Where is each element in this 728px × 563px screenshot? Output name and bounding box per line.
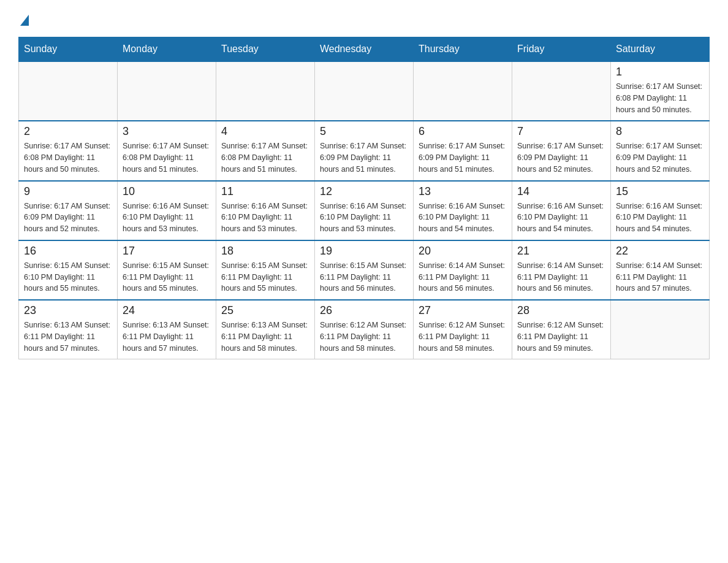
day-info: Sunrise: 6:15 AM Sunset: 6:11 PM Dayligh… [320, 260, 408, 294]
column-header-tuesday: Tuesday [216, 37, 315, 62]
calendar-cell: 10Sunrise: 6:16 AM Sunset: 6:10 PM Dayli… [118, 181, 216, 240]
day-number: 19 [320, 245, 408, 258]
calendar-cell: 1Sunrise: 6:17 AM Sunset: 6:08 PM Daylig… [611, 61, 710, 121]
day-number: 15 [616, 185, 704, 198]
week-row-5: 23Sunrise: 6:13 AM Sunset: 6:11 PM Dayli… [19, 300, 710, 359]
day-number: 24 [123, 304, 211, 317]
day-number: 12 [320, 185, 408, 198]
calendar-cell: 9Sunrise: 6:17 AM Sunset: 6:09 PM Daylig… [19, 181, 118, 240]
calendar-table: SundayMondayTuesdayWednesdayThursdayFrid… [18, 37, 710, 359]
calendar-cell: 7Sunrise: 6:17 AM Sunset: 6:09 PM Daylig… [512, 121, 611, 180]
day-info: Sunrise: 6:17 AM Sunset: 6:09 PM Dayligh… [517, 140, 605, 175]
calendar-cell: 19Sunrise: 6:15 AM Sunset: 6:11 PM Dayli… [315, 240, 414, 300]
calendar-cell [118, 61, 216, 121]
day-info: Sunrise: 6:17 AM Sunset: 6:08 PM Dayligh… [24, 140, 112, 175]
calendar-cell [315, 61, 414, 121]
calendar-cell: 5Sunrise: 6:17 AM Sunset: 6:09 PM Daylig… [315, 121, 414, 180]
calendar-cell [216, 61, 315, 121]
column-header-saturday: Saturday [611, 37, 710, 62]
calendar-cell: 11Sunrise: 6:16 AM Sunset: 6:10 PM Dayli… [216, 181, 315, 240]
week-row-2: 2Sunrise: 6:17 AM Sunset: 6:08 PM Daylig… [19, 121, 710, 180]
calendar-cell: 12Sunrise: 6:16 AM Sunset: 6:10 PM Dayli… [315, 181, 414, 240]
day-number: 22 [616, 245, 704, 258]
day-number: 8 [616, 125, 704, 138]
day-info: Sunrise: 6:15 AM Sunset: 6:11 PM Dayligh… [221, 260, 309, 294]
day-number: 6 [419, 125, 507, 138]
calendar-cell: 20Sunrise: 6:14 AM Sunset: 6:11 PM Dayli… [414, 240, 512, 300]
calendar-cell: 13Sunrise: 6:16 AM Sunset: 6:10 PM Dayli… [414, 181, 512, 240]
day-number: 1 [616, 66, 704, 79]
day-info: Sunrise: 6:16 AM Sunset: 6:10 PM Dayligh… [123, 201, 211, 235]
day-number: 17 [123, 245, 211, 258]
calendar-cell: 2Sunrise: 6:17 AM Sunset: 6:08 PM Daylig… [19, 121, 118, 180]
day-number: 28 [517, 304, 605, 317]
day-number: 3 [123, 125, 211, 138]
calendar-cell: 14Sunrise: 6:16 AM Sunset: 6:10 PM Dayli… [512, 181, 611, 240]
day-info: Sunrise: 6:17 AM Sunset: 6:08 PM Dayligh… [616, 81, 704, 115]
calendar-cell: 25Sunrise: 6:13 AM Sunset: 6:11 PM Dayli… [216, 300, 315, 359]
calendar-cell: 8Sunrise: 6:17 AM Sunset: 6:09 PM Daylig… [611, 121, 710, 180]
day-info: Sunrise: 6:17 AM Sunset: 6:09 PM Dayligh… [419, 140, 507, 175]
day-info: Sunrise: 6:17 AM Sunset: 6:08 PM Dayligh… [221, 140, 309, 175]
day-info: Sunrise: 6:15 AM Sunset: 6:10 PM Dayligh… [24, 260, 112, 294]
calendar-cell: 3Sunrise: 6:17 AM Sunset: 6:08 PM Daylig… [118, 121, 216, 180]
calendar-cell: 22Sunrise: 6:14 AM Sunset: 6:11 PM Dayli… [611, 240, 710, 300]
calendar-cell: 26Sunrise: 6:12 AM Sunset: 6:11 PM Dayli… [315, 300, 414, 359]
day-number: 27 [419, 304, 507, 317]
calendar-cell: 23Sunrise: 6:13 AM Sunset: 6:11 PM Dayli… [19, 300, 118, 359]
day-number: 25 [221, 304, 309, 317]
calendar-cell: 24Sunrise: 6:13 AM Sunset: 6:11 PM Dayli… [118, 300, 216, 359]
day-number: 20 [419, 245, 507, 258]
column-header-monday: Monday [118, 37, 216, 62]
day-number: 7 [517, 125, 605, 138]
day-number: 18 [221, 245, 309, 258]
calendar-cell: 21Sunrise: 6:14 AM Sunset: 6:11 PM Dayli… [512, 240, 611, 300]
day-info: Sunrise: 6:12 AM Sunset: 6:11 PM Dayligh… [517, 320, 605, 354]
day-info: Sunrise: 6:14 AM Sunset: 6:11 PM Dayligh… [419, 260, 507, 294]
day-info: Sunrise: 6:16 AM Sunset: 6:10 PM Dayligh… [517, 201, 605, 235]
calendar-cell: 18Sunrise: 6:15 AM Sunset: 6:11 PM Dayli… [216, 240, 315, 300]
day-number: 23 [24, 304, 112, 317]
day-info: Sunrise: 6:13 AM Sunset: 6:11 PM Dayligh… [221, 320, 309, 354]
day-number: 9 [24, 185, 112, 198]
calendar-header-row: SundayMondayTuesdayWednesdayThursdayFrid… [19, 37, 710, 62]
logo-triangle-icon [20, 15, 29, 26]
day-info: Sunrise: 6:13 AM Sunset: 6:11 PM Dayligh… [123, 320, 211, 354]
calendar-cell: 27Sunrise: 6:12 AM Sunset: 6:11 PM Dayli… [414, 300, 512, 359]
day-info: Sunrise: 6:16 AM Sunset: 6:10 PM Dayligh… [616, 201, 704, 235]
day-number: 4 [221, 125, 309, 138]
day-info: Sunrise: 6:15 AM Sunset: 6:11 PM Dayligh… [123, 260, 211, 294]
day-number: 5 [320, 125, 408, 138]
column-header-wednesday: Wednesday [315, 37, 414, 62]
day-number: 2 [24, 125, 112, 138]
column-header-friday: Friday [512, 37, 611, 62]
day-info: Sunrise: 6:14 AM Sunset: 6:11 PM Dayligh… [616, 260, 704, 294]
day-number: 10 [123, 185, 211, 198]
calendar-cell [611, 300, 710, 359]
week-row-4: 16Sunrise: 6:15 AM Sunset: 6:10 PM Dayli… [19, 240, 710, 300]
day-number: 21 [517, 245, 605, 258]
day-number: 16 [24, 245, 112, 258]
day-info: Sunrise: 6:14 AM Sunset: 6:11 PM Dayligh… [517, 260, 605, 294]
calendar-cell [512, 61, 611, 121]
day-info: Sunrise: 6:17 AM Sunset: 6:09 PM Dayligh… [616, 140, 704, 175]
calendar-cell [19, 61, 118, 121]
day-info: Sunrise: 6:16 AM Sunset: 6:10 PM Dayligh… [320, 201, 408, 235]
calendar-cell: 28Sunrise: 6:12 AM Sunset: 6:11 PM Dayli… [512, 300, 611, 359]
week-row-3: 9Sunrise: 6:17 AM Sunset: 6:09 PM Daylig… [19, 181, 710, 240]
column-header-sunday: Sunday [19, 37, 118, 62]
day-info: Sunrise: 6:12 AM Sunset: 6:11 PM Dayligh… [419, 320, 507, 354]
day-info: Sunrise: 6:13 AM Sunset: 6:11 PM Dayligh… [24, 320, 112, 354]
calendar-cell: 15Sunrise: 6:16 AM Sunset: 6:10 PM Dayli… [611, 181, 710, 240]
day-number: 11 [221, 185, 309, 198]
calendar-cell: 17Sunrise: 6:15 AM Sunset: 6:11 PM Dayli… [118, 240, 216, 300]
day-info: Sunrise: 6:17 AM Sunset: 6:09 PM Dayligh… [24, 201, 112, 235]
calendar-cell [414, 61, 512, 121]
day-info: Sunrise: 6:12 AM Sunset: 6:11 PM Dayligh… [320, 320, 408, 354]
column-header-thursday: Thursday [414, 37, 512, 62]
calendar-cell: 16Sunrise: 6:15 AM Sunset: 6:10 PM Dayli… [19, 240, 118, 300]
day-info: Sunrise: 6:17 AM Sunset: 6:09 PM Dayligh… [320, 140, 408, 175]
logo [18, 12, 29, 25]
day-info: Sunrise: 6:16 AM Sunset: 6:10 PM Dayligh… [221, 201, 309, 235]
week-row-1: 1Sunrise: 6:17 AM Sunset: 6:08 PM Daylig… [19, 61, 710, 121]
